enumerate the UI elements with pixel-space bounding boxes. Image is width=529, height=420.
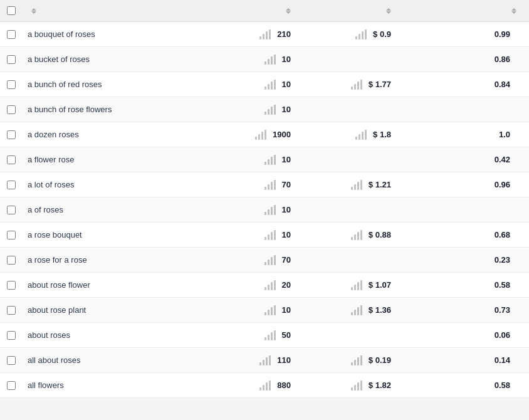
keyword-cell: a rose for a rose [23, 249, 191, 271]
volume-bar-icon [259, 381, 271, 391]
competition-value: 0.42 [495, 155, 510, 164]
volume-bar-icon [264, 155, 276, 165]
keyword-cell: a bunch of red roses [23, 73, 191, 95]
competition-value: 0.06 [495, 330, 510, 340]
competition-value: 0.23 [495, 255, 510, 265]
volume-value: 50 [282, 330, 291, 340]
cpc-cell: $ 1.36 [303, 299, 404, 322]
row-checkbox[interactable] [7, 155, 16, 164]
row-checkbox[interactable] [7, 105, 16, 114]
row-checkbox[interactable] [7, 30, 16, 39]
table-body: a bouquet of roses210$ 0.90.99a bucket o… [0, 22, 529, 398]
cpc-bar-icon [355, 130, 367, 140]
keyword-sort-icon[interactable] [31, 8, 36, 14]
volume-cell: 70 [191, 174, 303, 196]
competition-value: 0.68 [495, 230, 510, 239]
row-checkbox[interactable] [7, 356, 16, 365]
cpc-bar-icon [351, 180, 362, 190]
row-checkbox-cell [0, 55, 23, 64]
row-checkbox-cell [0, 306, 23, 315]
competition-cell: 0.14 [404, 349, 529, 371]
cpc-cell: $ 1.77 [303, 73, 404, 96]
volume-cell: 210 [191, 23, 303, 46]
volume-bar-icon [264, 330, 276, 340]
competition-value: 0.84 [495, 80, 510, 89]
row-checkbox[interactable] [7, 331, 16, 340]
table-row: about roses500.06 [0, 323, 529, 348]
cpc-cell [303, 53, 404, 66]
row-checkbox[interactable] [7, 206, 16, 214]
keyword-cell: about rose plant [23, 299, 191, 321]
volume-value: 10 [282, 305, 291, 315]
row-checkbox[interactable] [7, 55, 16, 64]
header-cpc[interactable] [303, 8, 404, 14]
volume-value: 10 [282, 230, 291, 239]
competition-cell: 0.84 [404, 73, 529, 95]
table-row: all flowers880$ 1.820.58 [0, 373, 529, 398]
cpc-cell: $ 1.07 [303, 274, 404, 297]
row-checkbox[interactable] [7, 181, 16, 189]
table-row: about rose plant10$ 1.360.73 [0, 298, 529, 323]
volume-sort-icon[interactable] [286, 8, 291, 14]
table-row: a lot of roses70$ 1.210.96 [0, 172, 529, 197]
volume-bar-icon [255, 130, 266, 140]
table-row: about rose flower20$ 1.070.58 [0, 273, 529, 298]
header-keyword[interactable] [23, 8, 191, 14]
volume-cell: 50 [191, 324, 303, 347]
volume-cell: 10 [191, 149, 303, 171]
keyword-cell: a dozen roses [23, 123, 191, 145]
select-all-checkbox[interactable] [7, 6, 16, 15]
cpc-bar-icon [355, 29, 367, 39]
row-checkbox[interactable] [7, 80, 16, 89]
row-checkbox-cell [0, 331, 23, 340]
table-row: a bunch of red roses10$ 1.770.84 [0, 72, 529, 97]
competition-cell: 0.58 [404, 374, 529, 396]
table-row: a bunch of rose flowers10 [0, 97, 529, 122]
cpc-cell [303, 154, 404, 166]
competition-cell [404, 103, 529, 116]
keyword-cell: a lot of roses [23, 174, 191, 196]
volume-value: 10 [282, 80, 291, 89]
table-row: a dozen roses1900$ 1.81.0 [0, 122, 529, 147]
competition-value: 0.73 [495, 305, 510, 315]
competition-value: 0.96 [495, 180, 510, 189]
volume-cell: 110 [191, 349, 303, 372]
header-competition[interactable] [404, 8, 529, 14]
keyword-cell: all flowers [23, 374, 191, 396]
cpc-value: $ 0.19 [369, 355, 391, 365]
volume-value: 210 [277, 29, 291, 39]
row-checkbox[interactable] [7, 381, 16, 390]
cpc-value: $ 1.07 [369, 280, 391, 290]
cpc-cell: $ 0.19 [303, 349, 404, 372]
table-row: a flower rose100.42 [0, 147, 529, 172]
row-checkbox[interactable] [7, 231, 16, 239]
cpc-cell [303, 254, 404, 266]
header-search-volume[interactable] [191, 8, 303, 14]
keyword-cell: a bucket of roses [23, 48, 191, 70]
volume-cell: 70 [191, 249, 303, 271]
cpc-cell: $ 1.8 [303, 123, 404, 146]
cpc-value: $ 1.77 [369, 80, 391, 89]
competition-cell: 0.68 [404, 224, 529, 246]
table-row: all about roses110$ 0.190.14 [0, 348, 529, 373]
volume-cell: 1900 [191, 123, 303, 146]
row-checkbox[interactable] [7, 256, 16, 265]
competition-sort-icon[interactable] [511, 8, 516, 14]
volume-bar-icon [259, 29, 271, 39]
volume-cell: 10 [191, 199, 303, 221]
cpc-cell: $ 0.88 [303, 224, 404, 246]
row-checkbox[interactable] [7, 130, 16, 139]
keyword-cell: about roses [23, 324, 191, 346]
cpc-sort-icon[interactable] [386, 8, 391, 14]
row-checkbox[interactable] [7, 306, 16, 315]
competition-value: 0.99 [495, 29, 510, 39]
row-checkbox[interactable] [7, 281, 16, 290]
table-row: a bucket of roses100.86 [0, 47, 529, 72]
row-checkbox-cell [0, 281, 23, 290]
volume-bar-icon [264, 180, 276, 190]
cpc-bar-icon [351, 80, 362, 90]
volume-cell: 10 [191, 98, 303, 121]
row-checkbox-cell [0, 356, 23, 365]
volume-value: 10 [282, 55, 291, 64]
volume-cell: 10 [191, 224, 303, 246]
